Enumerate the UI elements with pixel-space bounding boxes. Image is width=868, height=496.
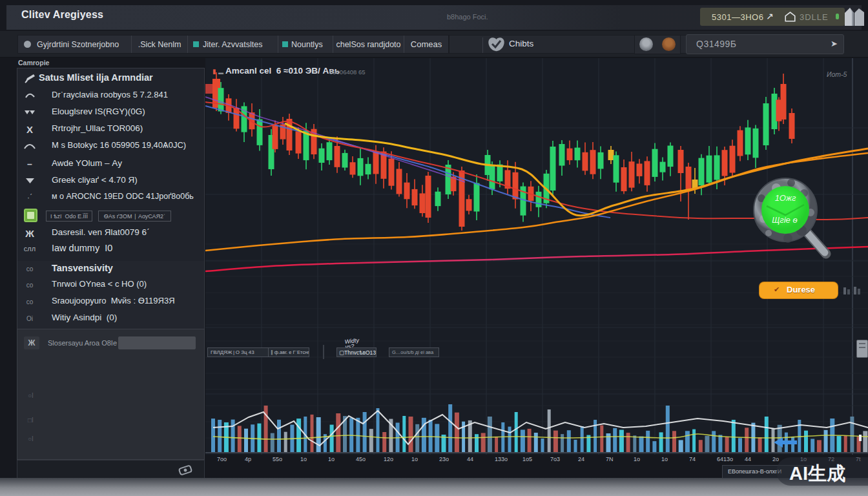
svg-text:1Ожг: 1Ожг [775,193,796,203]
svg-text:Щгіе ѳ: Щгіе ѳ [772,215,797,225]
